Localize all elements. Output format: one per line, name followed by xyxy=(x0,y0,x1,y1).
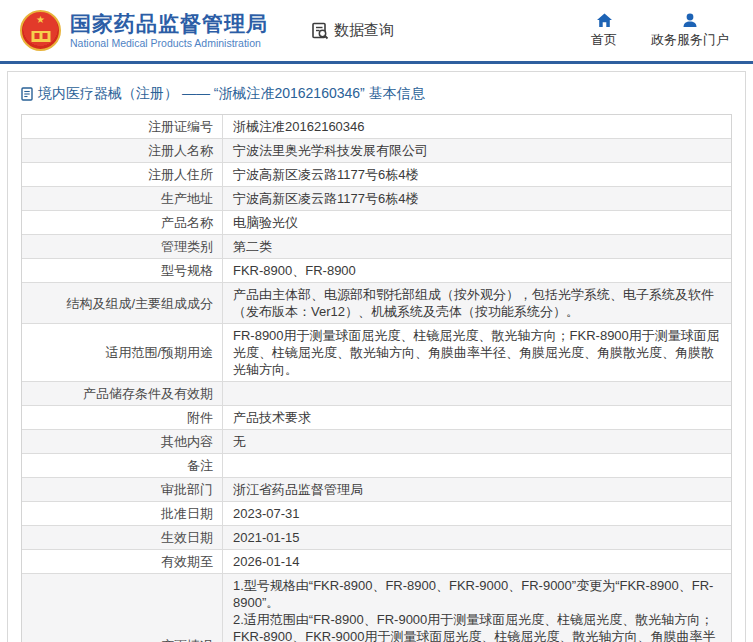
table-row: 其他内容无 xyxy=(22,430,731,454)
row-label: 生效日期 xyxy=(22,526,222,549)
table-row: 型号规格FKR-8900、FR-8900 xyxy=(22,259,731,283)
nav-gov-portal[interactable]: 政务服务门户 xyxy=(651,13,729,49)
row-label: 结构及组成/主要组成成分 xyxy=(22,283,222,323)
data-query-label: 数据查询 xyxy=(334,21,394,40)
row-value xyxy=(222,382,731,405)
table-row: 生产地址宁波高新区凌云路1177号6栋4楼 xyxy=(22,187,731,211)
table-row: 生效日期2021-01-15 xyxy=(22,526,731,550)
data-query-tab[interactable]: 数据查询 xyxy=(310,21,394,41)
row-label: 注册人名称 xyxy=(22,139,222,162)
table-row: 备注 xyxy=(22,454,731,478)
page-title-bar: 境内医疗器械（注册） —— “浙械注准20162160346” 基本信息 xyxy=(8,72,745,114)
row-value: 2021-01-15 xyxy=(222,526,731,549)
row-label: 适用范围/预期用途 xyxy=(22,324,222,381)
row-label: 型号规格 xyxy=(22,259,222,282)
table-row: 有效期至2026-01-14 xyxy=(22,550,731,574)
row-value: 产品由主体部、电源部和鄂托部组成（按外观分），包括光学系统、电子系统及软件（发布… xyxy=(222,283,731,323)
table-row: 产品名称电脑验光仪 xyxy=(22,211,731,235)
row-value: 宁波高新区凌云路1177号6栋4楼 xyxy=(222,187,731,210)
header-nav: 首页 政务服务门户 xyxy=(591,13,735,49)
site-header: ★ 国家药品监督管理局 National Medical Products Ad… xyxy=(0,0,753,61)
row-label: 注册证编号 xyxy=(22,115,222,138)
header-divider xyxy=(0,61,753,64)
row-label: 产品储存条件及有效期 xyxy=(22,382,222,405)
content-panel: 境内医疗器械（注册） —— “浙械注准20162160346” 基本信息 注册证… xyxy=(7,71,746,642)
org-name-zh: 国家药品监督管理局 xyxy=(70,12,268,36)
row-value: FR-8900用于测量球面屈光度、柱镜屈光度、散光轴方向；FKR-8900用于测… xyxy=(222,324,731,381)
row-label: 变更情况 xyxy=(22,574,222,642)
row-value: 1.型号规格由“FKR-8900、FR-8900、FKR-9000、FR-900… xyxy=(222,574,731,642)
row-label: 注册人住所 xyxy=(22,163,222,186)
row-value: FKR-8900、FR-8900 xyxy=(222,259,731,282)
row-label: 有效期至 xyxy=(22,550,222,573)
document-icon xyxy=(21,87,33,101)
national-emblem-icon: ★ xyxy=(20,10,61,51)
table-row: 结构及组成/主要组成成分产品由主体部、电源部和鄂托部组成（按外观分），包括光学系… xyxy=(22,283,731,324)
row-label: 批准日期 xyxy=(22,502,222,525)
nav-home-label: 首页 xyxy=(591,31,617,49)
page-title: 境内医疗器械（注册） —— “浙械注准20162160346” 基本信息 xyxy=(38,85,425,103)
user-icon xyxy=(682,13,698,28)
table-row: 产品储存条件及有效期 xyxy=(22,382,731,406)
table-row: 管理类别第二类 xyxy=(22,235,731,259)
row-label: 生产地址 xyxy=(22,187,222,210)
row-value: 浙械注准20162160346 xyxy=(222,115,731,138)
table-row: 批准日期2023-07-31 xyxy=(22,502,731,526)
row-value: 2023-07-31 xyxy=(222,502,731,525)
table-row: 注册人名称宁波法里奥光学科技发展有限公司 xyxy=(22,139,731,163)
table-row: 适用范围/预期用途FR-8900用于测量球面屈光度、柱镜屈光度、散光轴方向；FK… xyxy=(22,324,731,382)
row-label: 附件 xyxy=(22,406,222,429)
row-label: 审批部门 xyxy=(22,478,222,501)
nav-gov-portal-label: 政务服务门户 xyxy=(651,31,729,49)
data-query-icon xyxy=(310,21,330,41)
row-value: 2026-01-14 xyxy=(222,550,731,573)
table-row: 附件产品技术要求 xyxy=(22,406,731,430)
row-label: 产品名称 xyxy=(22,211,222,234)
row-label: 备注 xyxy=(22,454,222,477)
row-value: 宁波高新区凌云路1177号6栋4楼 xyxy=(222,163,731,186)
row-value: 宁波法里奥光学科技发展有限公司 xyxy=(222,139,731,162)
table-row: 注册人住所宁波高新区凌云路1177号6栋4楼 xyxy=(22,163,731,187)
nmpa-logo[interactable]: ★ 国家药品监督管理局 National Medical Products Ad… xyxy=(20,10,268,51)
home-icon xyxy=(596,13,613,28)
org-name-en: National Medical Products Administration xyxy=(70,37,268,50)
registration-info-table: 注册证编号浙械注准20162160346注册人名称宁波法里奥光学科技发展有限公司… xyxy=(21,114,732,642)
row-value: 浙江省药品监督管理局 xyxy=(222,478,731,501)
row-value: 电脑验光仪 xyxy=(222,211,731,234)
row-value: 第二类 xyxy=(222,235,731,258)
table-row: 审批部门浙江省药品监督管理局 xyxy=(22,478,731,502)
row-label: 管理类别 xyxy=(22,235,222,258)
table-row: 注册证编号浙械注准20162160346 xyxy=(22,115,731,139)
row-value xyxy=(222,454,731,477)
row-label: 其他内容 xyxy=(22,430,222,453)
table-row: 变更情况1.型号规格由“FKR-8900、FR-8900、FKR-9000、FR… xyxy=(22,574,731,642)
row-value: 产品技术要求 xyxy=(222,406,731,429)
row-value: 无 xyxy=(222,430,731,453)
nav-home[interactable]: 首页 xyxy=(591,13,617,49)
